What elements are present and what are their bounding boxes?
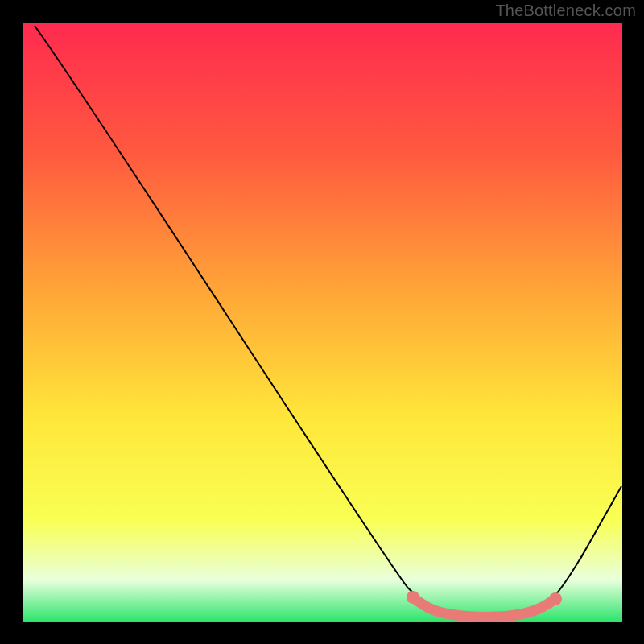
chart-stage: TheBottleneck.com	[0, 0, 644, 644]
watermark-text: TheBottleneck.com	[495, 2, 636, 20]
highlight-end-cap	[549, 592, 562, 605]
gradient-background	[23, 23, 622, 622]
chart-svg	[0, 0, 644, 644]
highlight-start-cap	[407, 591, 419, 604]
